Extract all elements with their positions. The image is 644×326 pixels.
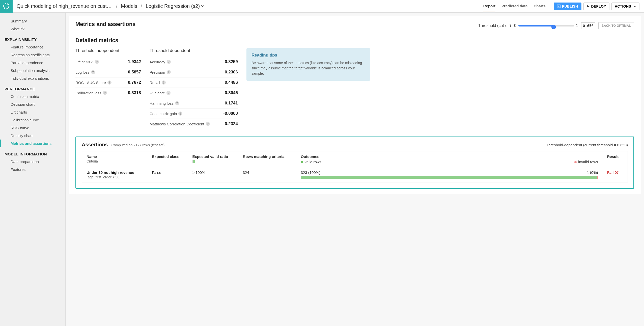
help-icon[interactable]: ? (166, 91, 171, 95)
publish-button[interactable]: PUBLISH (554, 3, 581, 10)
svg-rect-3 (558, 6, 559, 7)
metrics-card: Metrics and assertions Threshold (cut-of… (69, 16, 641, 194)
slider-max: 1 (576, 23, 578, 28)
sidebar-item-roc-curve[interactable]: ROC curve (0, 124, 65, 132)
help-icon[interactable]: ? (103, 91, 107, 95)
metric-label: Accuracy (150, 60, 165, 64)
back-to-optimal-button[interactable]: BACK TO OPTIMAL (598, 22, 634, 29)
rows-matching-cell: 324 (238, 167, 296, 182)
metric-label: Matthews Correlation Coefficient (150, 122, 204, 126)
breadcrumb-models[interactable]: Models (121, 3, 137, 9)
metric-row: F1 Score?0.3046 (150, 88, 238, 98)
metric-row: ROC - AUC Score?0.7672 (75, 77, 141, 88)
sidebar-item-individual-explanations[interactable]: Individual explanations (0, 74, 65, 82)
expected-class-cell: False (148, 167, 188, 182)
col-rows-matching: Rows matching criteria (238, 151, 296, 167)
tab-predicted-data[interactable]: Predicted data (501, 0, 527, 12)
sidebar-item-feature-importance[interactable]: Feature importance (0, 43, 65, 51)
metric-row: Recall?0.4486 (150, 77, 238, 88)
metric-row: Calibration loss?0.3318 (75, 88, 141, 98)
actions-button[interactable]: ACTIONS (611, 3, 639, 10)
metric-row: Matthews Correlation Coefficient?0.2324 (150, 119, 238, 129)
help-icon[interactable]: ? (95, 60, 99, 64)
sidebar-item-whatif[interactable]: What if? (0, 25, 65, 33)
metric-value: 0.3318 (128, 90, 141, 95)
metric-value: 0.3046 (225, 90, 238, 95)
breadcrumb-project[interactable]: Quick modeling of high_revenue on custo… (17, 3, 113, 9)
metric-value: 0.2324 (225, 121, 238, 126)
fail-badge: Fail (607, 170, 619, 175)
sidebar-item-features[interactable]: Features (0, 166, 65, 173)
threshold-dependent-col: Threshold dependent Accuracy?0.8259 Prec… (150, 48, 238, 129)
metric-label: Precision (150, 70, 165, 74)
table-header-row: Name Criteria Expected class Expected va… (82, 151, 628, 167)
col-expected-ratio: Expected valid ratio (188, 151, 238, 167)
help-icon[interactable]: ? (175, 101, 179, 105)
slider-min: 0 (514, 23, 516, 28)
sidebar-item-density-chart[interactable]: Density chart (0, 132, 65, 140)
help-icon[interactable]: ? (91, 70, 95, 74)
detailed-metrics-title: Detailed metrics (75, 37, 634, 44)
chevron-down-icon[interactable] (201, 4, 204, 8)
sidebar-item-partial-dependence[interactable]: Partial dependence (0, 59, 65, 67)
metric-value: 0.7672 (128, 80, 141, 85)
metric-value: 0.5857 (128, 70, 141, 75)
separator: / (141, 3, 142, 9)
metric-label: Cost matrix gain (150, 112, 177, 116)
sidebar-item-metrics-assertions[interactable]: Metrics and assertions (0, 140, 65, 147)
sidebar-item-summary[interactable]: Summary (0, 17, 65, 25)
tab-charts[interactable]: Charts (534, 0, 546, 12)
sidebar: Summary What if? EXPLAINABILITY Feature … (0, 13, 66, 326)
assertions-title: Assertions (82, 142, 108, 148)
threshold-control: Threshold (cut-off) 0 1 BACK TO OPTIMAL (478, 22, 634, 29)
sidebar-item-lift-charts[interactable]: Lift charts (0, 108, 65, 116)
sidebar-item-decision-chart[interactable]: Decision chart (0, 100, 65, 108)
assertions-table: Name Criteria Expected class Expected va… (82, 151, 628, 182)
outcomes-bar (301, 176, 598, 179)
table-row: Under 30 not high revenue (age_first_ord… (82, 167, 628, 182)
assertions-section: Assertions Computed on 2177 rows (test s… (75, 137, 634, 189)
play-icon (587, 5, 590, 8)
threshold-slider[interactable] (518, 25, 574, 26)
reading-tips-box: Reading tips Be aware that some of these… (246, 48, 370, 81)
valid-dot-icon (301, 161, 303, 163)
sidebar-heading-model-info: MODEL INFORMATION (0, 147, 65, 158)
help-icon[interactable]: ? (107, 80, 111, 85)
help-icon[interactable]: ? (167, 60, 171, 64)
metric-row: Log loss?0.5857 (75, 67, 141, 77)
col-title-dependent: Threshold dependent (150, 48, 238, 53)
sidebar-item-regression-coeff[interactable]: Regression coefficients (0, 51, 65, 59)
help-icon[interactable]: ? (206, 122, 210, 126)
chevron-down-icon (634, 4, 636, 8)
publish-icon (557, 5, 561, 8)
threshold-input[interactable] (581, 22, 595, 29)
metric-label: Calibration loss (75, 91, 101, 95)
app-logo[interactable] (0, 0, 13, 13)
svg-rect-2 (558, 6, 558, 7)
breadcrumb-model[interactable]: Logistic Regression (s2) (146, 3, 205, 9)
invalid-dot-icon (574, 161, 577, 163)
tab-report[interactable]: Report (483, 0, 495, 12)
col-result: Result (603, 151, 628, 167)
topbar-actions: Report Predicted data Charts PUBLISH DEP… (483, 0, 644, 12)
sidebar-item-confusion-matrix[interactable]: Confusion matrix (0, 93, 65, 100)
dataiku-logo-icon (3, 3, 10, 10)
separator: / (116, 3, 118, 9)
metric-row: Accuracy?0.8259 (150, 57, 238, 67)
sidebar-item-subpop-analysis[interactable]: Subpopulation analysis (0, 67, 65, 74)
metric-value: 1.9342 (128, 59, 141, 64)
outcomes-cell: 323 (100%) 1 (0%) (296, 167, 603, 182)
sidebar-item-data-preparation[interactable]: Data preparation (0, 158, 65, 166)
assertions-computed: Computed on 2177 rows (test set). (111, 143, 165, 147)
sidebar-heading-explainability: EXPLAINABILITY (0, 33, 65, 43)
help-icon[interactable]: ? (178, 112, 182, 116)
threshold-slider-wrap: 0 1 (514, 23, 578, 28)
reading-tips-title: Reading tips (251, 53, 365, 58)
deploy-button[interactable]: DEPLOY (583, 3, 609, 10)
sidebar-item-calibration-curve[interactable]: Calibration curve (0, 116, 65, 124)
metric-row: Lift at 40%?1.9342 (75, 57, 141, 67)
metric-value: 0.4486 (225, 80, 238, 85)
help-icon[interactable]: ? (162, 80, 166, 85)
metric-label: ROC - AUC Score (75, 80, 106, 85)
help-icon[interactable]: ? (167, 70, 171, 74)
